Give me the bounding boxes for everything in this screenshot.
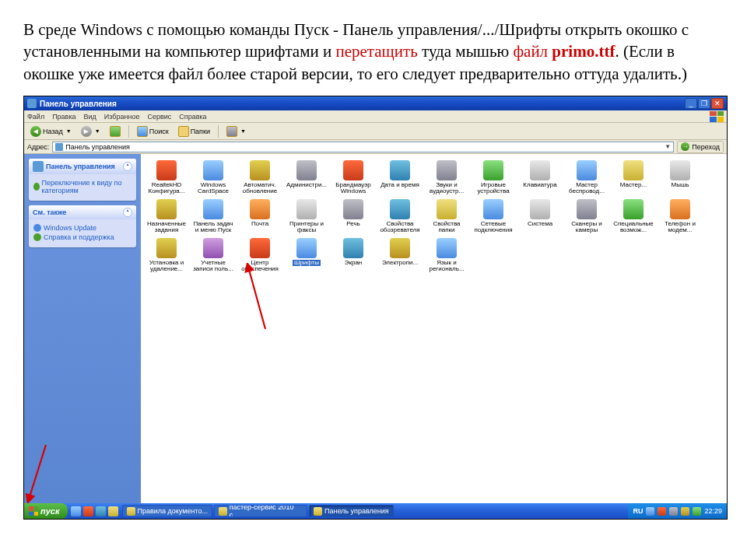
start-button[interactable]: пуск [24, 503, 68, 519]
cp-item-icon [623, 199, 644, 219]
tray-icon[interactable] [658, 507, 666, 516]
cp-item[interactable]: Шрифты [284, 236, 329, 274]
cp-item[interactable]: Установка и удаление... [144, 236, 189, 274]
cp-item-icon [437, 199, 457, 219]
cp-item[interactable]: Свойства папки [424, 198, 469, 235]
toolbar: ◄Назад▼ ►▼ Поиск Папки ▼ [24, 123, 727, 140]
cp-item-label: Звуки и аудиоустр... [425, 182, 468, 194]
address-input[interactable]: Панель управления ▼ [52, 142, 674, 152]
back-button[interactable]: ◄Назад▼ [27, 124, 75, 138]
close-button[interactable]: ✕ [711, 98, 724, 109]
cp-item[interactable]: Панель задач и меню Пуск [191, 198, 236, 235]
tray-icon[interactable] [693, 507, 701, 516]
cp-item[interactable]: Принтеры и факсы [284, 198, 329, 235]
sidebar-link-help[interactable]: Справка и поддержка [33, 233, 132, 241]
go-button[interactable]: →Переход [677, 141, 724, 153]
collapse-icon[interactable]: ˄ [123, 208, 132, 217]
tray-icon[interactable] [669, 507, 678, 516]
cp-item[interactable]: Свойства обозревателя [377, 198, 423, 235]
task-label: Правила документо... [138, 507, 208, 515]
minimize-button[interactable]: _ [685, 98, 697, 109]
tray-clock[interactable]: 22:29 [704, 507, 722, 515]
cp-item[interactable]: Специальные возмож... [611, 198, 656, 235]
tray-icon[interactable] [646, 507, 654, 516]
panel-heading[interactable]: См. также ˄ [29, 205, 136, 219]
cp-item-label: Windows CardSpace [191, 182, 235, 194]
sidebar-link-windows-update[interactable]: Windows Update [33, 224, 132, 232]
cp-item[interactable]: Почта [237, 198, 282, 235]
cp-item-label: Речь [346, 221, 360, 227]
cp-item[interactable]: Дата и время [377, 159, 423, 196]
cp-item-icon [390, 160, 410, 180]
menu-bar: Файл Правка Вид Избранное Сервис Справка [24, 110, 727, 123]
cp-item[interactable]: RealtekHD Конфигура... [144, 159, 189, 196]
ql-icon[interactable] [83, 506, 93, 516]
system-tray[interactable]: RU 22:29 [628, 503, 727, 519]
address-value: Панель управления [65, 143, 130, 151]
cp-item[interactable]: Брандмауэр Windows [331, 159, 376, 196]
cp-item[interactable]: Автоматич. обновление [237, 159, 282, 196]
forward-button[interactable]: ►▼ [78, 124, 103, 138]
tray-icon[interactable] [681, 507, 689, 516]
panel-heading[interactable]: Панель управления ˄ [29, 159, 136, 174]
cp-item[interactable]: Сетевые подключения [471, 198, 516, 235]
menu-tools[interactable]: Сервис [147, 113, 171, 121]
taskbar-task[interactable]: Правила документо... [122, 505, 212, 517]
menu-view[interactable]: Вид [84, 113, 96, 121]
cp-item-icon [156, 238, 177, 258]
menu-fav[interactable]: Избранное [104, 113, 140, 121]
up-button[interactable] [107, 124, 124, 138]
ql-icon[interactable] [71, 506, 81, 516]
annotation-arrow-start [24, 441, 55, 503]
cp-item[interactable]: Звуки и аудиоустр... [424, 159, 469, 196]
cp-item[interactable]: Мастер... [611, 159, 656, 196]
cp-item[interactable]: Клавиатура [517, 159, 563, 196]
search-button[interactable]: Поиск [134, 124, 172, 138]
cp-item[interactable]: Мышь [658, 159, 703, 196]
window-titlebar[interactable]: Панель управления _ ❐ ✕ [24, 96, 727, 110]
cp-item-label: Мастер беспровод... [565, 182, 608, 194]
help-icon [33, 233, 41, 241]
views-button[interactable]: ▼ [223, 124, 249, 138]
taskbar-task[interactable]: Панель управления [309, 505, 394, 517]
cp-item[interactable]: Телефон и модем... [658, 198, 703, 235]
cp-item[interactable]: Назначенные задания [144, 198, 189, 235]
cp-item[interactable]: Мастер беспровод... [564, 159, 609, 196]
cp-item-icon [670, 199, 690, 219]
ql-icon[interactable] [96, 506, 106, 516]
cp-item[interactable]: Учетные записи поль... [191, 236, 236, 274]
cp-item[interactable]: Электропи... [377, 236, 423, 274]
task-label: Панель управления [324, 507, 389, 515]
maximize-button[interactable]: ❐ [698, 98, 710, 109]
tray-lang[interactable]: RU [633, 507, 643, 515]
cp-item-icon [483, 160, 503, 180]
cp-item-icon [296, 160, 317, 180]
icon-area[interactable]: RealtekHD Конфигура...Windows CardSpaceА… [141, 154, 727, 503]
svg-line-1 [29, 445, 46, 499]
ql-icon[interactable] [108, 506, 118, 516]
taskbar-task[interactable]: пастер-сервис 2010 с... [214, 505, 307, 517]
menu-help[interactable]: Справка [179, 113, 206, 121]
cp-item[interactable]: Windows CardSpace [191, 159, 236, 196]
cp-item-label: Свойства обозревателя [378, 221, 422, 233]
cp-item[interactable]: Экран [331, 236, 376, 274]
cp-item[interactable]: Речь [331, 198, 376, 235]
sidebar-link-category-view[interactable]: Переключение к виду по категориям [33, 179, 132, 194]
menu-edit[interactable]: Правка [52, 113, 75, 121]
cp-item-icon [296, 199, 317, 219]
menu-file[interactable]: Файл [27, 113, 44, 121]
cp-item-label: Сканеры и камеры [565, 221, 608, 233]
cp-item[interactable]: Система [517, 198, 563, 235]
cp-item[interactable]: Сканеры и камеры [564, 198, 609, 235]
cp-item[interactable]: Игровые устройства [471, 159, 516, 196]
cp-item-label: Телефон и модем... [658, 221, 702, 233]
address-dropdown-icon[interactable]: ▼ [665, 143, 671, 150]
address-icon [55, 143, 63, 151]
search-icon [137, 126, 148, 137]
folders-button[interactable]: Папки [175, 124, 213, 138]
collapse-icon[interactable]: ˄ [123, 162, 132, 171]
cp-item-icon [203, 199, 223, 219]
cp-item[interactable]: Администри... [284, 159, 329, 196]
window-title: Панель управления [40, 100, 685, 108]
cp-item[interactable]: Язык и региональ... [424, 236, 469, 274]
